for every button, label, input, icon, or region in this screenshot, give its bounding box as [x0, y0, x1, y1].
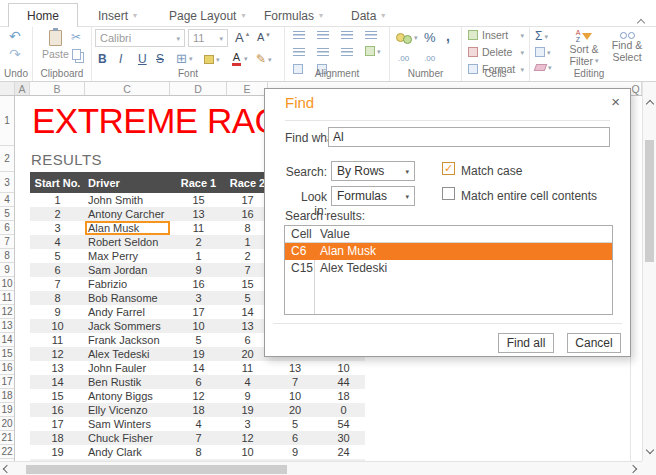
cell-race-1[interactable]: 11: [170, 221, 227, 235]
match-entire-checkbox[interactable]: [442, 187, 455, 200]
cell-race-2[interactable]: 12: [227, 431, 268, 445]
row-header[interactable]: 19: [0, 403, 14, 417]
result-row[interactable]: C15Alex Tedeski: [285, 260, 612, 277]
scroll-right-button[interactable]: [626, 462, 640, 475]
undo-button[interactable]: ↶: [9, 29, 21, 43]
cell-driver[interactable]: Andy Clark: [85, 445, 170, 459]
cell-start-no[interactable]: 11: [30, 333, 85, 347]
cell-start-no[interactable]: 12: [30, 347, 85, 361]
merge-cells-button[interactable]: ▾: [365, 46, 381, 56]
row-header[interactable]: 16: [0, 361, 14, 375]
horizontal-scrollbar[interactable]: [0, 461, 642, 475]
column-header-q[interactable]: Q: [630, 82, 642, 95]
cell-start-no[interactable]: 14: [30, 375, 85, 389]
cell-race-2[interactable]: 17: [227, 193, 268, 207]
cell-race-1[interactable]: 1: [170, 249, 227, 263]
scroll-up-button[interactable]: [643, 97, 656, 111]
cell-driver[interactable]: Alan Musk: [85, 221, 170, 235]
redo-button[interactable]: ↷: [9, 47, 21, 61]
cell-race-3[interactable]: 13: [268, 361, 322, 375]
column-header-d[interactable]: D: [170, 82, 227, 95]
row-header[interactable]: 9: [0, 263, 14, 277]
row-header[interactable]: 11: [0, 291, 14, 305]
cell-race-1[interactable]: 10: [170, 319, 227, 333]
row-header[interactable]: 8: [0, 249, 14, 263]
comma-style-button[interactable]: ,: [446, 29, 450, 43]
cell-driver[interactable]: Robert Seldon: [85, 235, 170, 249]
cell-race-2[interactable]: 5: [227, 291, 268, 305]
row-header[interactable]: 1: [0, 96, 14, 146]
cell-race-2[interactable]: 7: [227, 263, 268, 277]
cell-driver[interactable]: Jack Sommers: [85, 319, 170, 333]
font-color-button[interactable]: A: [232, 52, 241, 66]
row-header[interactable]: 4: [0, 193, 14, 207]
collapse-ribbon-button[interactable]: [638, 12, 647, 21]
cell-start-no[interactable]: 7: [30, 277, 85, 291]
cell-race-2[interactable]: 6: [227, 333, 268, 347]
align-top-button[interactable]: [293, 31, 305, 39]
strikethrough-button[interactable]: S: [156, 53, 164, 65]
cell-race-2[interactable]: 13: [227, 319, 268, 333]
cell-race-1[interactable]: 8: [170, 445, 227, 459]
select-all-corner[interactable]: [0, 82, 15, 95]
row-header[interactable]: 7: [0, 235, 14, 249]
cell-race-2[interactable]: 9: [227, 389, 268, 403]
cell-race-2[interactable]: 14: [227, 305, 268, 319]
cell-driver[interactable]: Alex Tedeski: [85, 347, 170, 361]
cell-race-1[interactable]: 16: [170, 277, 227, 291]
match-case-checkbox[interactable]: ✓: [442, 162, 455, 175]
cell-driver[interactable]: Fabrizio Manzoni: [85, 277, 170, 291]
cell-total[interactable]: 10: [322, 361, 365, 375]
scroll-left-button[interactable]: [0, 462, 14, 475]
increase-decimal-button[interactable]: .00: [398, 55, 409, 63]
font-family-dropdown[interactable]: Calibri▾: [95, 29, 185, 47]
cell-driver[interactable]: Ben Rustik: [85, 375, 170, 389]
cell-total[interactable]: 0: [322, 403, 365, 417]
fill-button[interactable]: ▾: [535, 47, 551, 57]
italic-button[interactable]: I: [119, 53, 122, 65]
cell-driver[interactable]: Sam Jordan: [85, 263, 170, 277]
cell-race-1[interactable]: 12: [170, 389, 227, 403]
tab-page-layout[interactable]: Page Layout▾: [163, 4, 251, 27]
delete-cells-button[interactable]: Delete▾: [468, 47, 524, 58]
cell-race-2[interactable]: 16: [227, 207, 268, 221]
cell-race-2[interactable]: 3: [227, 417, 268, 431]
cell-start-no[interactable]: 2: [30, 207, 85, 221]
cell-race-2[interactable]: 15: [227, 277, 268, 291]
cell-start-no[interactable]: 16: [30, 403, 85, 417]
accounting-format-button[interactable]: ▾: [396, 30, 418, 44]
cell-start-no[interactable]: 6: [30, 263, 85, 277]
cell-race-3[interactable]: 20: [268, 403, 322, 417]
cell-total[interactable]: 30: [322, 431, 365, 445]
cell-start-no[interactable]: 13: [30, 361, 85, 375]
row-header[interactable]: 20: [0, 417, 14, 431]
underline-button[interactable]: U: [138, 53, 147, 65]
tab-formulas[interactable]: Formulas▾: [258, 4, 329, 27]
align-middle-button[interactable]: [317, 31, 329, 39]
search-dropdown[interactable]: By Rows▾: [331, 161, 415, 181]
cell-race-2[interactable]: 1: [227, 235, 268, 249]
cell-race-3[interactable]: 9: [268, 445, 322, 459]
find-select-button[interactable]: Find & Select: [608, 29, 646, 62]
cell-driver[interactable]: John Fauler: [85, 361, 170, 375]
fill-color-button[interactable]: ▾: [204, 55, 220, 64]
cell-start-no[interactable]: 15: [30, 389, 85, 403]
cell-start-no[interactable]: 10: [30, 319, 85, 333]
cell-race-2[interactable]: 19: [227, 403, 268, 417]
row-header[interactable]: 2: [0, 146, 14, 172]
cell-start-no[interactable]: 3: [30, 221, 85, 235]
increase-font-button[interactable]: A▴: [235, 31, 249, 44]
bold-button[interactable]: B: [98, 53, 107, 65]
find-what-input[interactable]: [328, 127, 610, 147]
paste-button[interactable]: Paste: [42, 30, 69, 60]
tab-home[interactable]: Home: [8, 3, 78, 28]
cancel-button[interactable]: Cancel: [567, 333, 621, 353]
font-size-dropdown[interactable]: 11▾: [188, 29, 228, 47]
cell-race-2[interactable]: 4: [227, 375, 268, 389]
row-header[interactable]: 21: [0, 431, 14, 445]
column-header-c[interactable]: C: [85, 82, 170, 95]
row-header[interactable]: 22: [0, 445, 14, 459]
borders-button[interactable]: ⊞▾: [176, 52, 192, 65]
row-header[interactable]: 12: [0, 305, 14, 319]
cell-driver[interactable]: Antony Carcher: [85, 207, 170, 221]
